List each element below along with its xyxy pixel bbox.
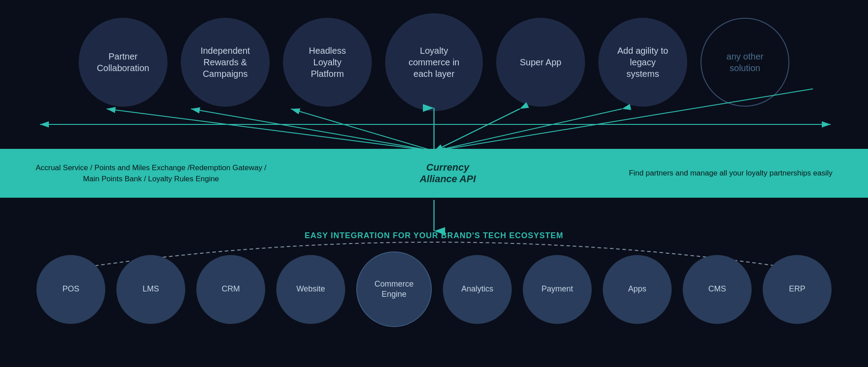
circle-lms-label: LMS bbox=[139, 280, 163, 298]
circle-add-agility-label: Add agility tolegacysystems bbox=[613, 40, 673, 84]
svg-line-9 bbox=[434, 109, 520, 151]
circle-super-app: Super App bbox=[496, 18, 585, 107]
circle-apps-label: Apps bbox=[625, 280, 650, 298]
circle-loyalty-commerce-label: Loyaltycommerce ineach layer bbox=[404, 40, 464, 84]
circle-apps: Apps bbox=[603, 255, 672, 324]
circle-pos-label: POS bbox=[59, 280, 83, 298]
circle-website: Website bbox=[276, 255, 345, 324]
circle-commerce-engine-label: CommerceEngine bbox=[371, 275, 417, 303]
circle-pos: POS bbox=[36, 255, 105, 324]
circle-payment: Payment bbox=[523, 255, 592, 324]
circle-website-label: Website bbox=[293, 280, 329, 298]
circle-cms-label: CMS bbox=[705, 280, 730, 298]
circle-lms: LMS bbox=[116, 255, 185, 324]
circle-commerce-engine: CommerceEngine bbox=[356, 251, 432, 327]
circle-analytics: Analytics bbox=[443, 255, 512, 324]
circle-erp-label: ERP bbox=[785, 280, 809, 298]
circle-independent-rewards-label: IndependentRewards &Campaigns bbox=[196, 40, 254, 84]
circle-crm-label: CRM bbox=[218, 280, 243, 298]
circle-any-other: any othersolution bbox=[701, 18, 789, 107]
circle-partner-collaboration: PartnerCollaboration bbox=[79, 18, 167, 107]
circle-payment-label: Payment bbox=[538, 280, 577, 298]
circle-add-agility: Add agility tolegacysystems bbox=[598, 18, 687, 107]
circle-crm: CRM bbox=[196, 255, 265, 324]
svg-line-5 bbox=[107, 109, 434, 151]
teal-bar-center-text: CurrencyAlliance API bbox=[403, 162, 492, 185]
circle-headless-loyalty-label: HeadlessLoyaltyPlatform bbox=[304, 40, 350, 84]
circle-super-app-label: Super App bbox=[515, 52, 565, 72]
integration-label: EASY INTEGRATION FOR YOUR BRAND'S TECH E… bbox=[0, 227, 868, 240]
teal-bar: Accrual Service / Points and Miles Excha… bbox=[0, 149, 868, 198]
teal-bar-right-text: Find partners and manage all your loyalt… bbox=[629, 168, 832, 179]
svg-line-10 bbox=[434, 109, 622, 151]
circle-independent-rewards: IndependentRewards &Campaigns bbox=[181, 18, 270, 107]
circle-analytics-label: Analytics bbox=[458, 280, 497, 298]
circle-erp: ERP bbox=[763, 255, 832, 324]
svg-line-6 bbox=[191, 109, 434, 151]
main-container: PartnerCollaboration IndependentRewards … bbox=[0, 0, 868, 367]
circle-loyalty-commerce: Loyaltycommerce ineach layer bbox=[385, 13, 483, 111]
integration-section: EASY INTEGRATION FOR YOUR BRAND'S TECH E… bbox=[0, 224, 868, 327]
circle-headless-loyalty: HeadlessLoyaltyPlatform bbox=[283, 18, 372, 107]
bottom-circles-row: POS LMS CRM Website CommerceEngine Analy… bbox=[0, 251, 868, 327]
circle-partner-collaboration-label: PartnerCollaboration bbox=[92, 46, 154, 78]
svg-line-8 bbox=[434, 109, 520, 151]
top-circles-row: PartnerCollaboration IndependentRewards … bbox=[0, 0, 868, 111]
teal-bar-left-text: Accrual Service / Points and Miles Excha… bbox=[36, 162, 267, 185]
circle-any-other-label: any othersolution bbox=[722, 46, 768, 78]
circle-cms: CMS bbox=[683, 255, 752, 324]
svg-line-7 bbox=[291, 109, 434, 151]
